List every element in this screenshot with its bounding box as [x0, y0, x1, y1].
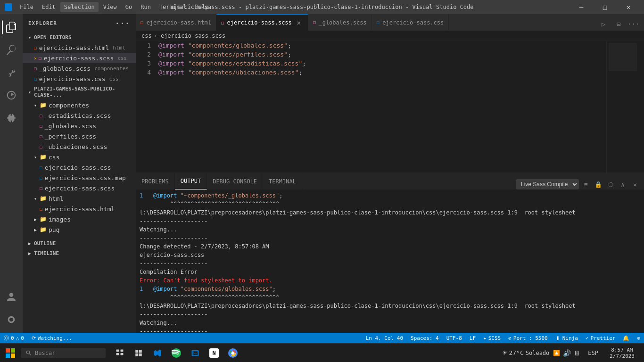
maximize-button[interactable]: □	[594, 0, 616, 14]
panel-tab-problems[interactable]: PROBLEMS	[136, 173, 175, 189]
port-item[interactable]: ⊘ Port : 5500	[504, 333, 551, 343]
task-view-taskbar-icon[interactable]	[111, 345, 128, 362]
menu-file[interactable]: File	[16, 2, 37, 12]
clock-time: 8:57 AM	[611, 347, 633, 353]
css-scss-file[interactable]: ◻ ejercicio-sass.scss	[23, 183, 136, 193]
accounts-activity-icon[interactable]	[2, 288, 21, 306]
timeline-section[interactable]: ▶ TIMELINE	[23, 248, 136, 258]
html-folder[interactable]: ▾ 📁 html	[23, 193, 136, 204]
open-editor-globales-name: _globales.scss	[39, 65, 91, 72]
code-line-2: @import "componentes/perfiles.scss" ;	[158, 50, 606, 59]
open-editor-scss-active[interactable]: ✕ ◻ ejercicio-sass.scss css	[23, 53, 136, 63]
encoding-text: UTF-8	[446, 335, 462, 341]
tab-css[interactable]: ◻ ejercicio-sass.css	[372, 14, 449, 31]
lang-item[interactable]: ESP	[584, 350, 602, 356]
panel-content[interactable]: 1 @import "~componentes/_globales.scss";…	[136, 189, 644, 333]
search-activity-icon[interactable]	[2, 41, 21, 59]
tab-scss-active[interactable]: ◻ ejercicio-sass.scss ✕	[216, 14, 308, 31]
weather-description: Soleado	[526, 350, 550, 356]
taskbar: Buscar N ☀️ 27°C Soleado	[0, 343, 644, 362]
encoding-item[interactable]: UTF-8	[443, 333, 466, 343]
cursor-position-item[interactable]: Ln 4, Col 40	[362, 333, 407, 343]
menu-edit[interactable]: Edit	[38, 2, 59, 12]
code-editor[interactable]: 1 2 3 4 @import "componentes/globales.sc…	[136, 41, 644, 173]
vscode-taskbar-icon[interactable]	[149, 345, 166, 362]
css-map-file[interactable]: ◻ ejercicio-sass.css.map	[23, 173, 136, 183]
clock-date: 2/7/2023	[610, 353, 635, 359]
more-actions-button[interactable]: ···	[627, 17, 640, 31]
menu-run[interactable]: Run	[137, 2, 155, 12]
source-control-activity-icon[interactable]	[2, 63, 21, 82]
notion-taskbar-icon[interactable]: N	[206, 345, 223, 362]
images-folder[interactable]: ▶ 📁 images	[23, 214, 136, 224]
weather-item[interactable]: ☀️ 27°C Soleado	[503, 348, 550, 357]
panel-maximize-btn[interactable]: ⬡	[605, 179, 616, 189]
open-editor-html[interactable]: ◻ ejercicio-sass.html html	[23, 42, 136, 53]
extensions-activity-icon[interactable]	[2, 108, 21, 127]
menu-go[interactable]: Go	[122, 2, 136, 12]
css-item-icon: ◻	[40, 165, 43, 171]
html-file-icon: ◻	[34, 45, 37, 51]
explorer-activity-icon[interactable]	[2, 18, 21, 37]
panel-collapse-btn[interactable]: ∧	[618, 179, 628, 189]
output-filter-select[interactable]: Live Sass Compile	[516, 179, 579, 189]
html-file-item[interactable]: ◻ ejercicio-sass.html	[23, 204, 136, 214]
tab-html[interactable]: ◻ ejercicio-sass.html	[136, 14, 216, 31]
errors-warnings-item[interactable]: ⓪ 0 △ 0	[0, 333, 28, 343]
code-content[interactable]: @import "componentes/globales.scss" ; @i…	[155, 41, 606, 173]
css-folder-icon: 📁	[40, 154, 47, 160]
remote-item[interactable]: ⊕	[633, 333, 644, 343]
ninja-item[interactable]: ⏸ Ninja	[552, 333, 582, 343]
run-debug-activity-icon[interactable]	[2, 86, 21, 105]
close-button[interactable]: ✕	[618, 0, 639, 14]
terminal-taskbar-icon[interactable]	[187, 345, 204, 362]
globales-file[interactable]: ◻ _globales.scss	[23, 121, 136, 131]
ubicaciones-file[interactable]: ◻ _ubicaciones.scss	[23, 141, 136, 152]
panel-tab-terminal[interactable]: TERMINAL	[263, 173, 302, 189]
start-button[interactable]	[2, 345, 19, 362]
taskbar-search[interactable]: Buscar	[21, 348, 106, 358]
panel-close-btn[interactable]: ✕	[630, 179, 640, 189]
componentes-folder[interactable]: ▾ 📁 componentes	[23, 100, 136, 110]
tab-scss-close[interactable]: ✕	[295, 18, 303, 27]
panel-tab-debug[interactable]: DEBUG CONSOLE	[207, 173, 263, 189]
run-button[interactable]: ▷	[597, 17, 610, 31]
prettier-item[interactable]: ✓ Prettier	[582, 333, 619, 343]
css-folder[interactable]: ▾ 📁 css	[23, 152, 136, 162]
panel-list-btn[interactable]: ≡	[581, 179, 591, 189]
breadcrumb-file[interactable]: ejercicio-sass.scss	[161, 33, 225, 39]
notification-item[interactable]: 🔔	[619, 333, 633, 343]
watching-item[interactable]: ⟳ Watching...	[28, 333, 76, 343]
clock[interactable]: 8:57 AM 2/7/2023	[606, 347, 638, 359]
panel-tab-output[interactable]: OUTPUT	[175, 173, 207, 189]
volume-icon[interactable]: 🔊	[563, 349, 571, 357]
pug-folder[interactable]: ▶ 📁 pug	[23, 224, 136, 235]
error-count: 0	[11, 335, 14, 341]
spotify-taskbar-icon[interactable]	[168, 345, 185, 362]
cursor-position-text: Ln 4, Col 40	[366, 335, 403, 341]
widgets-taskbar-icon[interactable]	[130, 345, 147, 362]
project-section[interactable]: ▾ PLATZI-GAMES-SASS-PUBLICO-CLASE-...	[23, 84, 136, 100]
breadcrumb-folder[interactable]: css	[141, 33, 152, 39]
open-editor-css[interactable]: ◻ ejercicio-sass.css css	[23, 74, 136, 84]
language-item[interactable]: ✦ SCSS	[479, 333, 504, 343]
css-file-item[interactable]: ◻ ejercicio-sass.css	[23, 162, 136, 173]
perfiles-file[interactable]: ◻ _perfiles.scss	[23, 131, 136, 141]
spaces-item[interactable]: Spaces: 4	[407, 333, 443, 343]
network-icon[interactable]: 🖥	[574, 349, 580, 357]
menu-view[interactable]: View	[99, 2, 121, 12]
panel-lock-btn[interactable]: 🔒	[593, 179, 603, 189]
outline-section[interactable]: ▶ OUTLINE	[23, 239, 136, 248]
open-editor-globales[interactable]: ◻ _globales.scss componentes	[23, 63, 136, 74]
split-editor-button[interactable]: ⊟	[612, 17, 625, 31]
open-editors-section[interactable]: ▾ OPEN EDITORS	[23, 33, 136, 42]
chrome-taskbar-icon[interactable]	[224, 345, 241, 362]
menu-selection[interactable]: Selection	[60, 2, 99, 12]
minimize-button[interactable]: ─	[570, 0, 592, 14]
estadisticas-file[interactable]: ◻ _estadisticas.scss	[23, 110, 136, 121]
settings-activity-icon[interactable]	[2, 310, 21, 329]
sidebar-header-action[interactable]: ···	[115, 19, 130, 28]
line-ending-item[interactable]: LF	[466, 333, 479, 343]
systray-icons[interactable]: 🔼	[553, 350, 560, 356]
tab-globales[interactable]: ◻ _globales.scss	[308, 14, 372, 31]
